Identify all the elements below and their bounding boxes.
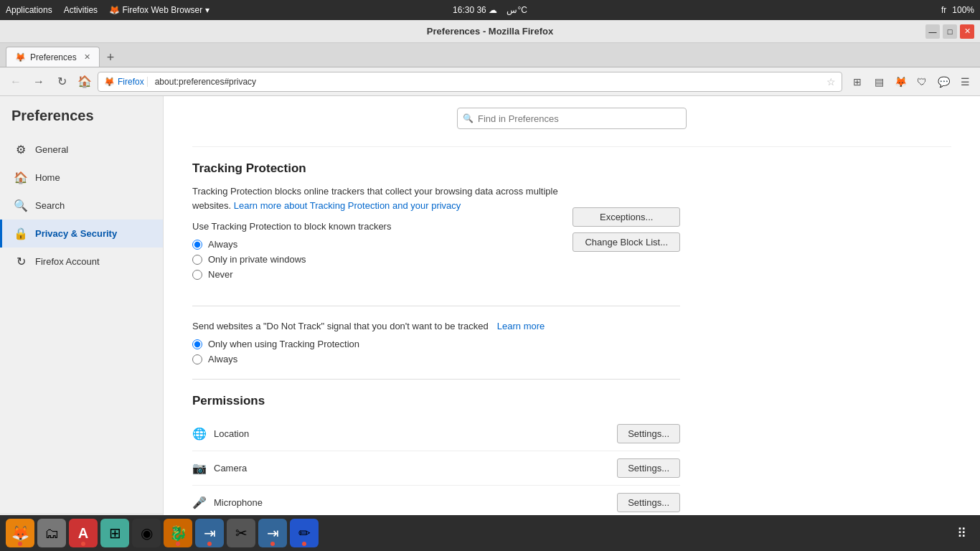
taskbar-text-editor[interactable]: A bbox=[69, 519, 98, 547]
lang-indicator[interactable]: fr bbox=[941, 5, 946, 15]
taskbar: 🦊 🗂 A ⊞ ◉ 🐉 ⇥ ✂ ⇥ ✏ ⠿ bbox=[0, 515, 980, 551]
firefox-taskbar-icon: 🦊 bbox=[11, 524, 29, 542]
app-grid-button[interactable]: ⠿ bbox=[948, 520, 974, 546]
skype-icon[interactable]: 💬 bbox=[934, 72, 953, 91]
arrow1-dot bbox=[207, 542, 212, 546]
change-block-list-button[interactable]: Change Block List... bbox=[573, 232, 680, 252]
firefox-badge[interactable]: 🦊 Firefox bbox=[104, 77, 148, 87]
browser-titlebar: Preferences - Mozilla Firefox — □ ✕ bbox=[0, 20, 980, 43]
minimize-button[interactable]: — bbox=[925, 24, 940, 39]
radio-private-input[interactable] bbox=[192, 255, 202, 265]
taskbar-dragon[interactable]: 🐉 bbox=[164, 519, 192, 547]
sidebar-item-privacy[interactable]: 🔒 Privacy & Security bbox=[0, 220, 163, 248]
home-label: Home bbox=[35, 172, 60, 183]
obs-taskbar-icon: ◉ bbox=[141, 524, 153, 542]
radio-private[interactable]: Only in private windows bbox=[192, 254, 573, 265]
privacy-label: Privacy & Security bbox=[35, 228, 117, 239]
perm-row-camera: 📷 Camera Settings... bbox=[192, 451, 680, 486]
radio-dnt-always[interactable]: Always bbox=[192, 354, 680, 364]
forward-button[interactable]: → bbox=[29, 72, 49, 92]
back-button[interactable]: ← bbox=[6, 72, 26, 92]
location-icon: 🌐 bbox=[192, 427, 207, 441]
activities-btn[interactable]: Activities bbox=[64, 5, 98, 15]
taskbar-arrow2[interactable]: ⇥ bbox=[258, 519, 287, 547]
taskbar-files[interactable]: 🗂 bbox=[37, 519, 66, 547]
home-button[interactable]: 🏠 bbox=[75, 72, 95, 92]
location-settings-button[interactable]: Settings... bbox=[617, 424, 680, 443]
radio-never[interactable]: Never bbox=[192, 269, 573, 280]
account-icon: ↻ bbox=[14, 255, 28, 268]
text-editor-taskbar-icon: A bbox=[78, 525, 88, 542]
taskbar-end: ⠿ bbox=[948, 520, 974, 546]
camera-settings-button[interactable]: Settings... bbox=[617, 458, 680, 478]
fox-icon[interactable]: 🦊 bbox=[891, 72, 910, 91]
search-icon: 🔍 bbox=[14, 199, 28, 212]
history-icon[interactable]: ⊞ bbox=[848, 72, 867, 91]
close-button[interactable]: ✕ bbox=[960, 24, 974, 39]
menu-button[interactable]: ☰ bbox=[956, 72, 974, 91]
reload-button[interactable]: ↻ bbox=[52, 72, 72, 92]
nav-bar: ← → ↻ 🏠 🦊 Firefox ☆ ⊞ ▤ 🦊 🛡 💬 ☰ bbox=[0, 67, 980, 96]
pref-search-input[interactable] bbox=[457, 108, 687, 129]
taskbar-arrow1[interactable]: ⇥ bbox=[195, 519, 224, 547]
tab-close-button[interactable]: ✕ bbox=[84, 52, 90, 62]
perm-row-location: 🌐 Location Settings... bbox=[192, 417, 680, 451]
window-controls: — □ ✕ bbox=[925, 24, 974, 39]
sidebar-item-search[interactable]: 🔍 Search bbox=[0, 192, 163, 220]
sidebar-item-general[interactable]: ⚙ General bbox=[0, 136, 163, 164]
text-editor-dot bbox=[81, 542, 85, 546]
taskbar-screenshot[interactable]: ✂ bbox=[227, 519, 255, 547]
pref-search-wrap: 🔍 bbox=[457, 108, 687, 129]
firefox-label: Firefox bbox=[118, 77, 144, 87]
camera-label: Camera bbox=[214, 463, 610, 474]
sidebar-item-home[interactable]: 🏠 Home bbox=[0, 164, 163, 192]
dnt-section: Send websites a "Do Not Track" signal th… bbox=[192, 321, 680, 364]
general-icon: ⚙ bbox=[14, 143, 28, 156]
blue-dot bbox=[302, 542, 306, 546]
sidebar-item-account[interactable]: ↻ Firefox Account bbox=[0, 248, 163, 276]
content-inner: Tracking Protection Tracking Protection … bbox=[192, 159, 680, 520]
radio-dnt-always-input[interactable] bbox=[192, 354, 202, 364]
tracking-learn-more-link[interactable]: Learn more about Tracking Protection and… bbox=[234, 200, 461, 211]
browser-menu: 🦊 Firefox Web Browser ▾ bbox=[109, 5, 209, 15]
taskbar-firefox[interactable]: 🦊 bbox=[6, 519, 34, 547]
section-divider-1 bbox=[192, 306, 680, 306]
tab-preferences[interactable]: 🦊 Preferences ✕ bbox=[6, 47, 100, 67]
taskbar-green-app[interactable]: ⊞ bbox=[100, 519, 129, 547]
firefox-icon: 🦊 bbox=[104, 77, 115, 87]
bookmark-button[interactable]: ☆ bbox=[826, 76, 836, 88]
applications-menu[interactable]: Applications bbox=[6, 5, 52, 15]
url-bar: 🦊 Firefox ☆ bbox=[98, 72, 842, 92]
arrow1-taskbar-icon: ⇥ bbox=[204, 524, 216, 542]
microphone-icon: 🎤 bbox=[192, 496, 207, 509]
camera-icon: 📷 bbox=[192, 461, 207, 475]
radio-always[interactable]: Always bbox=[192, 239, 573, 250]
taskbar-blue[interactable]: ✏ bbox=[290, 519, 319, 547]
reader-icon[interactable]: ▤ bbox=[870, 72, 888, 91]
account-label: Firefox Account bbox=[35, 256, 100, 267]
microphone-settings-button[interactable]: Settings... bbox=[617, 493, 680, 512]
taskbar-obs[interactable]: ◉ bbox=[132, 519, 161, 547]
system-clock: 16:30 س ☁ 36°C bbox=[453, 5, 527, 15]
dnt-learn-more-link[interactable]: Learn more bbox=[497, 321, 545, 331]
radio-never-input[interactable] bbox=[192, 270, 202, 280]
search-label: Search bbox=[35, 200, 65, 211]
dnt-row: Send websites a "Do Not Track" signal th… bbox=[192, 321, 680, 331]
maximize-button[interactable]: □ bbox=[943, 24, 957, 39]
tracking-header: Tracking Protection bbox=[192, 159, 680, 176]
radio-dnt-tracking-input[interactable] bbox=[192, 339, 202, 349]
screenshot-taskbar-icon: ✂ bbox=[235, 524, 248, 542]
system-bar-left: Applications Activities 🦊 Firefox Web Br… bbox=[6, 5, 209, 15]
tab-firefox-icon: 🦊 bbox=[15, 52, 26, 62]
new-tab-button[interactable]: + bbox=[103, 49, 119, 67]
exceptions-button[interactable]: Exceptions... bbox=[573, 207, 680, 227]
tracking-section: Tracking Protection Tracking Protection … bbox=[192, 159, 680, 364]
firefox-dot bbox=[18, 542, 22, 546]
radio-dnt-tracking[interactable]: Only when using Tracking Protection bbox=[192, 339, 680, 349]
content-area: 🔍 Tracking Protection Tracking Protectio… bbox=[164, 96, 980, 551]
shield-icon[interactable]: 🛡 bbox=[913, 72, 931, 91]
search-bar-wrap: 🔍 bbox=[192, 96, 951, 147]
radio-always-input[interactable] bbox=[192, 240, 202, 250]
tracking-desc: Tracking Protection blocks online tracke… bbox=[192, 184, 573, 212]
url-input[interactable] bbox=[155, 77, 822, 87]
